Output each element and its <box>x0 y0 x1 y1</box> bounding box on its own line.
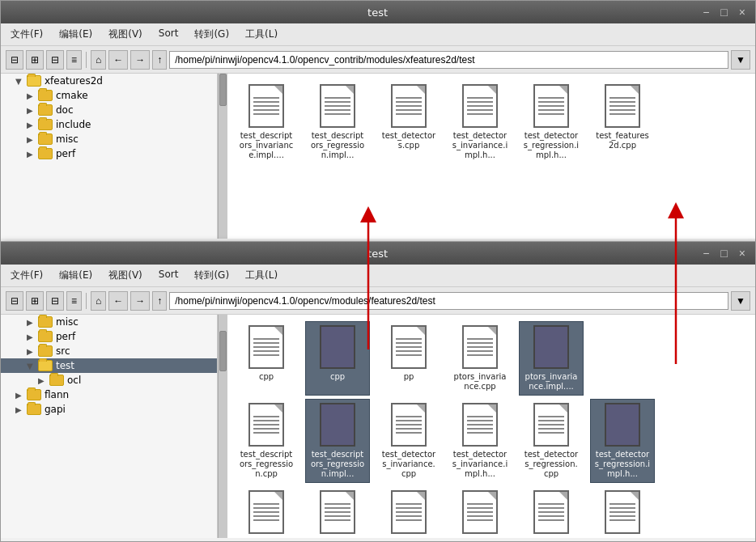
file-label: test_descriptors_regression.impl... <box>309 450 366 479</box>
file-item[interactable]: test_descriptors_invariance.impl.... <box>234 80 299 164</box>
tree-test-2[interactable]: ▼ test <box>1 358 217 373</box>
file-item[interactable]: test_detectors_regression.impl.h... <box>519 80 584 164</box>
file-label: ptors_invariance.impl.... <box>523 372 580 392</box>
address-bar-2[interactable] <box>169 292 728 310</box>
file-item[interactable]: test_fast.cpp <box>305 486 370 538</box>
back-btn-1[interactable]: ← <box>108 50 128 70</box>
file-item[interactable]: test_keypoints.cpp <box>448 486 512 538</box>
menu-goto-1[interactable]: 转到(G) <box>191 26 232 43</box>
file-item[interactable]: test_detectors_invariance.impl.h... <box>448 80 512 164</box>
sidebar-scrollbar-1[interactable] <box>218 74 227 239</box>
file-item-selected[interactable]: cpp <box>305 321 370 396</box>
address-dropdown-2[interactable]: ▼ <box>731 291 750 311</box>
file-label: test_detectors_regression.impl.h... <box>594 450 651 479</box>
menu-view-2[interactable]: 视图(V) <box>105 267 146 284</box>
detail-view-btn-1[interactable]: ⊟ <box>46 50 64 70</box>
menu-tools-2[interactable]: 工具(L) <box>242 267 281 284</box>
file-item[interactable]: ptors_invariance.cpp <box>448 321 512 396</box>
scrollbar-thumb-2[interactable] <box>219 331 227 371</box>
file-item[interactable]: test_detectors.cpp <box>376 80 441 164</box>
tree-misc-2[interactable]: ▶ misc <box>1 315 217 329</box>
file-item[interactable]: pp <box>376 321 441 396</box>
doc-lines <box>538 416 564 436</box>
tree-flann-2[interactable]: ▶ flann <box>1 387 217 402</box>
address-dropdown-1[interactable]: ▼ <box>731 50 750 70</box>
file-item[interactable]: test_main.cpp <box>519 486 584 538</box>
up-btn-1[interactable]: ↑ <box>152 50 167 70</box>
file-item[interactable]: test_features2d.cpp <box>590 80 655 164</box>
tree-misc[interactable]: ▶ misc <box>1 132 217 146</box>
folder-icon <box>38 331 53 342</box>
tree-label: cmake <box>56 90 88 101</box>
forward-btn-1[interactable]: → <box>130 50 150 70</box>
file-item[interactable]: test_detectors_invariance.cpp <box>376 399 441 483</box>
file-item-selected[interactable]: ptors_invariance.impl.... <box>519 321 584 396</box>
maximize-button-2[interactable]: □ <box>717 248 730 259</box>
doc-lines <box>396 416 422 436</box>
tree-perf[interactable]: ▶ perf <box>1 146 217 161</box>
home-btn-1[interactable]: ⌂ <box>91 50 106 70</box>
file-item-selected[interactable]: test_detectors_regression.impl.h... <box>590 399 655 483</box>
list-view-btn-2[interactable]: ≡ <box>66 291 82 311</box>
detail-view-btn-2[interactable]: ⊟ <box>46 291 64 311</box>
scrollbar-thumb-1[interactable] <box>219 74 227 106</box>
doc-icon <box>248 490 284 534</box>
grid-view-btn-1[interactable]: ⊞ <box>26 50 44 70</box>
maximize-button-1[interactable]: □ <box>717 6 730 18</box>
minimize-button-2[interactable]: − <box>699 248 712 259</box>
file-item[interactable]: test_invariance_utils.hp <box>376 486 441 538</box>
file-item[interactable]: cpp <box>234 321 299 396</box>
archive-icon <box>605 403 640 447</box>
file-item-selected[interactable]: test_descriptors_regression.impl... <box>305 399 370 483</box>
menu-sort-1[interactable]: Sort <box>155 26 182 43</box>
menu-edit-1[interactable]: 编辑(E) <box>56 26 96 43</box>
doc-lines <box>253 416 279 436</box>
minimize-button-1[interactable]: − <box>699 6 712 18</box>
file-item[interactable]: test_descriptors_regression.impl... <box>305 80 370 164</box>
menu-file-1[interactable]: 文件(F) <box>7 26 46 43</box>
menu-edit-2[interactable]: 编辑(E) <box>56 267 96 284</box>
tree-cmake[interactable]: ▶ cmake <box>1 88 217 103</box>
menu-sort-2[interactable]: Sort <box>155 267 182 284</box>
menu-tools-1[interactable]: 工具(L) <box>242 26 281 43</box>
forward-btn-2[interactable]: → <box>130 291 150 311</box>
tree-perf-2[interactable]: ▶ perf <box>1 329 217 344</box>
sep-2 <box>86 293 87 309</box>
icon-view-btn-2[interactable]: ⊟ <box>6 291 23 311</box>
home-btn-2[interactable]: ⌂ <box>91 291 106 311</box>
file-item[interactable]: test_matchers_algorithm <box>590 486 655 538</box>
tree-ocl-2[interactable]: ▶ ocl <box>1 373 217 387</box>
grid-view-btn-2[interactable]: ⊞ <box>26 291 44 311</box>
doc-lines <box>609 97 635 117</box>
tree-gapi-2[interactable]: ▶ gapi <box>1 402 217 417</box>
file-item[interactable]: test_detectors_invariance.impl.h... <box>448 399 512 483</box>
tree-xfeatures2d[interactable]: ▼ xfeatures2d <box>1 74 217 88</box>
doc-lines <box>253 97 279 117</box>
file-item[interactable]: test_detectors_regression.cpp <box>519 399 584 483</box>
tree-src-2[interactable]: ▶ src <box>1 344 217 358</box>
menu-file-2[interactable]: 文件(F) <box>7 267 46 284</box>
tree-include[interactable]: ▶ include <box>1 117 217 132</box>
file-label: test_detectors_invariance.impl.h... <box>452 450 508 479</box>
file-item[interactable]: test_descriptors_regression.cpp <box>234 399 299 483</box>
file-label: test_keypoints.cpp <box>452 537 508 538</box>
address-bar-1[interactable] <box>169 51 728 69</box>
close-button-2[interactable]: × <box>736 248 749 259</box>
file-area-1[interactable]: test_descriptors_invariance.impl.... tes… <box>227 74 755 239</box>
close-button-1[interactable]: × <box>736 6 749 18</box>
window-title-1: test <box>56 6 699 19</box>
expand-icon: ▶ <box>27 135 38 144</box>
sidebar-scrollbar-2[interactable] <box>218 315 227 538</box>
file-label: test_detectors_regression.cpp <box>523 450 580 479</box>
expand-icon: ▶ <box>27 106 38 115</box>
list-view-btn-1[interactable]: ≡ <box>66 50 82 70</box>
doc-icon <box>391 84 427 128</box>
file-item[interactable]: test_drawing.cpp <box>234 486 299 538</box>
icon-view-btn-1[interactable]: ⊟ <box>6 50 23 70</box>
menu-goto-2[interactable]: 转到(G) <box>191 267 232 284</box>
back-btn-2[interactable]: ← <box>108 291 128 311</box>
menu-view-1[interactable]: 视图(V) <box>105 26 146 43</box>
up-btn-2[interactable]: ↑ <box>152 291 167 311</box>
tree-doc[interactable]: ▶ doc <box>1 103 217 117</box>
file-area-2[interactable]: cpp cpp pp <box>227 315 755 538</box>
